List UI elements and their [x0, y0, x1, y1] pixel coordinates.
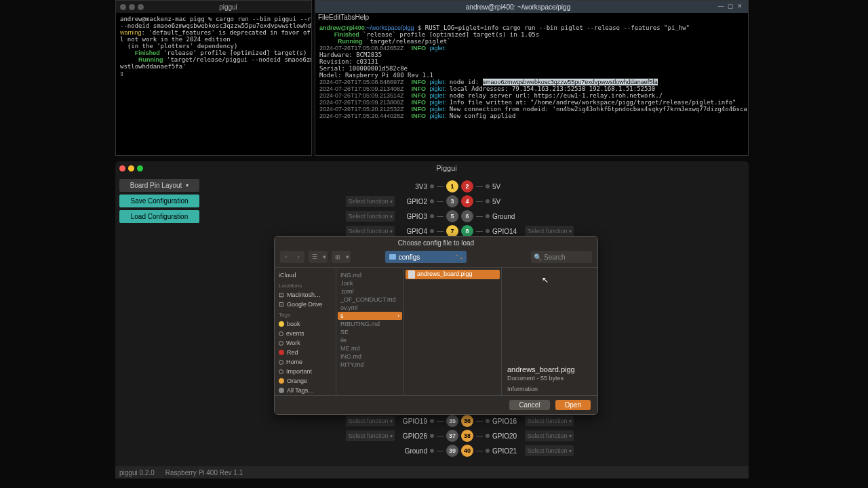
list-item[interactable]: ING.md — [338, 271, 402, 279]
pin-number: 39 — [446, 445, 458, 457]
sidebar-location[interactable]: ⊡ Macintosh… — [279, 290, 332, 300]
pin-number: 35 — [446, 415, 458, 427]
pin-number: 2 — [461, 180, 473, 192]
select-function-dropdown[interactable]: Select function — [346, 226, 395, 237]
view-columns-button[interactable]: ☰ — [309, 251, 321, 263]
pin-row: Select functionGPIO356Ground — [346, 209, 698, 224]
minimize-icon[interactable]: — — [717, 3, 725, 11]
list-item[interactable]: RITY.md — [338, 361, 402, 369]
pin-label-left: GPIO26 — [397, 432, 427, 440]
pinboard-lower: Select functionGPIO193536GPIO16Select fu… — [346, 413, 698, 458]
status-model: Raspberry Pi 400 Rev 1.1 — [165, 469, 243, 476]
cancel-button[interactable]: Cancel — [509, 400, 549, 410]
load-config-button[interactable]: Load Configuration — [119, 210, 199, 223]
pin-label-left: 3V3 — [397, 183, 427, 190]
terminal-right-menubar[interactable]: FileEditTabsHelp — [315, 13, 748, 22]
dialog-title: Choose config file to load — [275, 237, 597, 249]
pin-row: Ground3940GPIO21Select function — [346, 443, 698, 458]
list-item[interactable]: .toml — [338, 287, 402, 296]
file-column-1[interactable]: ING.md.lock.toml_OF_CONDUCT.mdov.ymls›RI… — [336, 268, 403, 395]
list-item[interactable]: SE — [338, 328, 402, 336]
list-item[interactable]: RIBUTING.md — [338, 320, 402, 328]
nav-back-button[interactable]: ‹ — [280, 251, 292, 263]
tag-dot-icon — [279, 369, 283, 374]
pin-number: 3 — [446, 195, 458, 207]
close-icon[interactable] — [119, 165, 125, 171]
select-function-dropdown[interactable]: Select function — [346, 211, 395, 222]
select-function-dropdown[interactable]: Select function — [525, 226, 574, 237]
sidebar-tag[interactable]: Red — [279, 348, 332, 357]
sidebar-tag[interactable]: All Tags… — [279, 386, 332, 395]
sidebar-item-icloud[interactable]: iCloud — [279, 270, 332, 280]
view-columns-chevron-icon[interactable]: ▾ — [321, 251, 328, 263]
pin-label-left: GPIO2 — [397, 198, 427, 205]
board-layout-dropdown[interactable]: Board Pin Layout — [119, 179, 199, 192]
terminal-left-titlebar[interactable]: piggui — [116, 1, 311, 13]
file-column-2[interactable]: andrews_board.pigg — [403, 268, 501, 395]
save-config-button[interactable]: Save Configuration — [119, 195, 199, 207]
pin-row: Select functionGPIO193536GPIO16Select fu… — [346, 413, 698, 428]
sidebar-location[interactable]: ⊡ Google Drive — [279, 300, 332, 309]
select-function-dropdown[interactable]: Select function — [346, 430, 395, 441]
list-item[interactable]: _OF_CONDUCT.md — [338, 296, 402, 304]
pin-label-right: 5V — [492, 183, 522, 190]
path-dropdown[interactable]: configs — [385, 251, 467, 263]
pin-number: 38 — [461, 430, 473, 442]
list-item[interactable]: ile — [338, 336, 402, 344]
sidebar-tag[interactable]: events — [279, 329, 332, 338]
zoom-icon[interactable] — [138, 4, 144, 10]
pinboard: 3V3125VSelect functionGPIO2345VSelect fu… — [346, 179, 698, 239]
pin-label-right: GPIO14 — [492, 228, 522, 235]
sidebar-tag[interactable]: Important — [279, 367, 332, 376]
preview-filename: andrews_board.pigg — [507, 365, 592, 373]
minimize-icon[interactable] — [128, 165, 134, 171]
terminal-right-output[interactable]: andrew@rpi400:~/workspace/pigg $ RUST_LO… — [315, 22, 748, 122]
tag-dot-icon — [279, 360, 283, 365]
sidebar-tag[interactable]: book — [279, 319, 332, 329]
select-function-dropdown[interactable]: Select function — [525, 430, 574, 441]
close-icon[interactable]: ✕ — [736, 3, 744, 11]
list-item[interactable]: ME.md — [338, 344, 402, 352]
pin-label-right: 5V — [492, 198, 522, 205]
list-item[interactable]: .lock — [338, 279, 402, 287]
pin-number: 5 — [446, 210, 458, 222]
pin-label-right: Ground — [492, 213, 522, 220]
maximize-icon[interactable]: ▢ — [726, 3, 734, 11]
list-item[interactable]: andrews_board.pigg — [406, 270, 500, 279]
folder-icon — [389, 254, 396, 260]
zoom-icon[interactable] — [137, 165, 143, 171]
tag-dot-icon — [279, 350, 284, 355]
select-function-dropdown[interactable]: Select function — [525, 445, 574, 456]
terminal-left-output[interactable]: andrew@mackenz-mac pigg % cargo run --bi… — [116, 13, 311, 79]
pin-label-left: GPIO3 — [397, 213, 427, 220]
sidebar-tag[interactable]: Home — [279, 357, 332, 367]
search-input[interactable]: 🔍 Search — [531, 251, 592, 263]
group-chevron-icon[interactable]: ▾ — [344, 251, 351, 263]
nav-forward-button[interactable]: › — [292, 251, 304, 263]
tag-dot-icon — [279, 388, 284, 393]
open-button[interactable]: Open — [555, 400, 591, 410]
select-function-dropdown[interactable]: Select function — [346, 196, 395, 207]
group-button[interactable]: ⊞ — [332, 251, 344, 263]
sidebar-head-locations: Locations — [279, 283, 332, 289]
close-icon[interactable] — [120, 4, 126, 10]
sidebar-tag[interactable]: Work — [279, 338, 332, 348]
minimize-icon[interactable] — [129, 4, 135, 10]
sidebar-head-tags: Tags — [279, 312, 332, 318]
pin-label-left: GPIO19 — [397, 418, 427, 425]
pin-label-left: Ground — [397, 447, 427, 455]
list-item[interactable]: s› — [338, 312, 402, 320]
sidebar-tag[interactable]: Orange — [279, 376, 332, 386]
terminal-right-titlebar[interactable]: andrew@rpi400: ~/workspace/pigg —▢✕ — [315, 1, 748, 13]
pin-label-right: GPIO21 — [492, 447, 522, 455]
status-version: piggui 0.2.0 — [119, 469, 155, 476]
select-function-dropdown[interactable]: Select function — [346, 415, 395, 426]
tag-dot-icon — [279, 378, 284, 384]
pin-row: 3V3125V — [346, 179, 698, 194]
list-item[interactable]: ING.md — [338, 352, 402, 361]
tag-dot-icon — [279, 331, 283, 336]
select-function-dropdown[interactable]: Select function — [525, 415, 574, 426]
status-bar: piggui 0.2.0 Raspberry Pi 400 Rev 1.1 — [115, 466, 749, 479]
list-item[interactable]: ov.yml — [338, 304, 402, 312]
piggui-titlebar[interactable]: Piggui — [115, 161, 749, 175]
